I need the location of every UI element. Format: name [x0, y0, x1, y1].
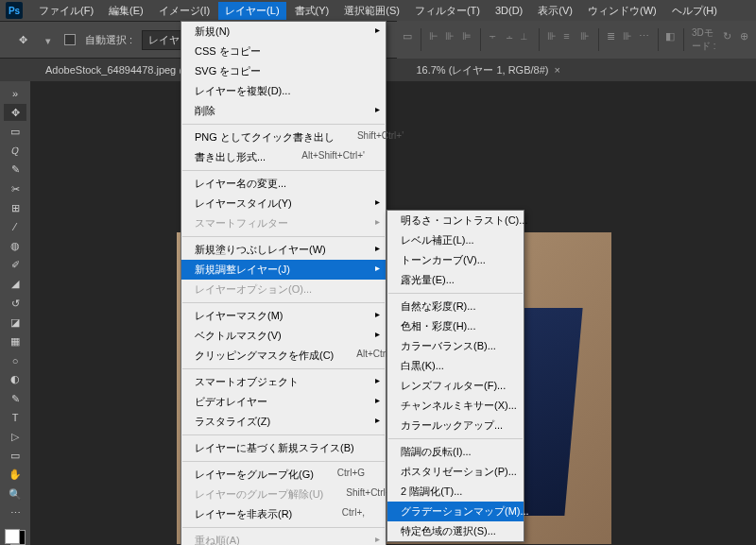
hand-tool[interactable]: ✋ — [4, 467, 26, 484]
layer-menu-item[interactable]: 削除 — [181, 101, 386, 121]
stamp-tool[interactable]: ◢ — [4, 276, 26, 293]
heal-tool[interactable]: ◍ — [4, 238, 26, 255]
menu-file[interactable]: ファイル(F) — [32, 2, 100, 20]
gradient-tool[interactable]: ▦ — [4, 332, 26, 349]
layer-menu-item[interactable]: CSS をコピー — [181, 42, 386, 61]
move-tool-icon[interactable]: ✥ — [9, 26, 36, 53]
align-left-icon[interactable]: ⊩ — [429, 30, 439, 49]
crop-tool[interactable]: ✂ — [4, 180, 26, 197]
adjustment-menu-item[interactable]: 階調の反転(I)... — [387, 442, 524, 462]
adjustment-menu-item[interactable]: 色相・彩度(H)... — [387, 316, 524, 336]
align-bottom-icon[interactable]: ⟂ — [521, 30, 531, 49]
frame-tool[interactable]: ⊞ — [4, 199, 26, 216]
edit-toolbar[interactable]: ⋯ — [4, 504, 26, 521]
close-icon[interactable]: × — [554, 64, 559, 76]
layer-menu-item[interactable]: レイヤースタイル(Y) — [181, 194, 386, 213]
tool-preset-dropdown[interactable]: ▾ — [45, 35, 55, 44]
type-tool[interactable]: T — [4, 409, 26, 426]
menu-image[interactable]: イメージ(I) — [152, 2, 216, 20]
adjustment-menu-item[interactable]: 2 階調化(T)... — [387, 482, 524, 502]
layer-menu-item[interactable]: 新規(N) — [181, 22, 386, 42]
color-swatch[interactable] — [5, 529, 26, 545]
menu-window[interactable]: ウィンドウ(W) — [581, 2, 663, 20]
zoom-tool[interactable]: 🔍 — [4, 485, 26, 502]
layer-menu-item[interactable]: クリッピングマスクを作成(C)Alt+Ctrl+G — [181, 346, 386, 366]
distribute-h-icon[interactable]: ⊪ — [547, 30, 558, 49]
distribute-5-icon[interactable]: ⊪ — [623, 30, 633, 49]
pen-tool[interactable]: ✎ — [4, 390, 26, 407]
menu-help[interactable]: ヘルプ(H) — [665, 2, 724, 20]
layer-menu-item[interactable]: レイヤーを非表示(R)Ctrl+, — [181, 504, 386, 524]
distribute-3-icon[interactable]: ⊪ — [580, 30, 591, 49]
auto-select-label: 自動選択 : — [85, 33, 132, 47]
adjustment-menu-item[interactable]: 特定色域の選択(S)... — [387, 521, 524, 541]
adjustment-menu-item[interactable]: カラーバランス(B)... — [387, 336, 524, 356]
menu-item-shortcut: Ctrl+, — [342, 507, 365, 521]
adjustment-menu-item[interactable]: チャンネルミキサー(X)... — [387, 396, 524, 416]
menu-type[interactable]: 書式(Y) — [288, 2, 336, 20]
align-center-h-icon[interactable]: ⊪ — [445, 30, 455, 49]
adjustment-menu-item[interactable]: トーンカーブ(V)... — [387, 250, 524, 270]
align-center-v-icon[interactable]: ⫠ — [505, 30, 515, 49]
menu-item-label: 色相・彩度(H)... — [401, 319, 475, 333]
blur-tool[interactable]: ○ — [4, 352, 26, 369]
menu-separator — [182, 527, 385, 528]
layer-menu-item[interactable]: 書き出し形式...Alt+Shift+Ctrl+' — [181, 147, 386, 167]
align-top-icon[interactable]: ⫟ — [488, 30, 498, 49]
adjustment-menu-item[interactable]: 白黒(K)... — [387, 356, 524, 376]
quick-select-tool[interactable]: ✎ — [4, 162, 26, 179]
tools-panel: » ✥ ▭ 𝘘 ✎ ✂ ⊞ ⁄ ◍ ✐ ◢ ↺ ◪ ▦ ○ ◐ ✎ T ▷ ▭ … — [0, 81, 30, 545]
layer-menu-item[interactable]: ビデオレイヤー — [181, 392, 386, 412]
menu-filter[interactable]: フィルター(T) — [408, 2, 487, 20]
menu-3d[interactable]: 3D(D) — [489, 3, 529, 18]
layer-menu-item[interactable]: レイヤーをグループ化(G)Ctrl+G — [181, 465, 386, 485]
path-select-tool[interactable]: ▷ — [4, 428, 26, 445]
distribute-4-icon[interactable]: ≣ — [607, 30, 617, 49]
distribute-v-icon[interactable]: ≡ — [563, 30, 574, 49]
collapse-icon[interactable]: » — [4, 85, 26, 102]
orbit-3d-icon[interactable]: ↻ — [723, 30, 733, 49]
layer-menu-item[interactable]: ラスタライズ(Z) — [181, 412, 386, 432]
menu-item-label: 新規(N) — [195, 25, 230, 39]
move-tool[interactable]: ✥ — [4, 104, 26, 121]
adjustment-menu-item[interactable]: グラデーションマップ(M)... — [387, 502, 524, 521]
layer-menu-item[interactable]: レイヤーを複製(D)... — [181, 81, 386, 101]
shape-tool[interactable]: ▭ — [4, 448, 26, 465]
lasso-tool[interactable]: 𝘘 — [4, 143, 26, 160]
adjustment-menu-item[interactable]: ポスタリゼーション(P)... — [387, 462, 524, 482]
pan-3d-icon[interactable]: ⊕ — [740, 30, 750, 49]
align-right-icon[interactable]: ⊫ — [462, 30, 472, 49]
eraser-tool[interactable]: ◪ — [4, 314, 26, 331]
document-tab-2[interactable]: 16.7% (レイヤー 1, RGB/8#) × — [406, 60, 569, 81]
adjustment-menu-item[interactable]: レベル補正(L)... — [387, 230, 524, 250]
more-options-icon[interactable]: ⋯ — [639, 30, 649, 49]
history-brush-tool[interactable]: ↺ — [4, 295, 26, 312]
layer-menu-item[interactable]: 新規塗りつぶしレイヤー(W) — [181, 240, 386, 260]
transform-controls-icon[interactable]: ▭ — [403, 30, 413, 49]
menu-edit[interactable]: 編集(E) — [102, 2, 150, 20]
auto-select-checkbox[interactable] — [64, 34, 76, 45]
menu-view[interactable]: 表示(V) — [531, 2, 579, 20]
layer-menu-item[interactable]: PNG としてクイック書き出しShift+Ctrl+' — [181, 128, 386, 147]
menu-layer[interactable]: レイヤー(L) — [218, 2, 285, 20]
layer-menu-item[interactable]: 新規調整レイヤー(J) — [181, 260, 386, 280]
document-tab-1[interactable]: AdobeStock_64894478.jpeg @ — [36, 60, 198, 79]
overlap-icon[interactable]: ◧ — [665, 30, 676, 49]
menu-select[interactable]: 選択範囲(S) — [337, 2, 406, 20]
adjustment-menu-item[interactable]: 露光量(E)... — [387, 270, 524, 290]
layer-menu-item[interactable]: ベクトルマスク(V) — [181, 326, 386, 346]
marquee-tool[interactable]: ▭ — [4, 123, 26, 140]
layer-menu-item[interactable]: レイヤーマスク(M) — [181, 306, 386, 326]
adjustment-menu-item[interactable]: 明るさ・コントラスト(C)... — [387, 211, 524, 230]
dodge-tool[interactable]: ◐ — [4, 371, 26, 388]
layer-menu-item[interactable]: レイヤー名の変更... — [181, 174, 386, 194]
layer-menu-item[interactable]: レイヤーに基づく新規スライス(B) — [181, 438, 386, 458]
brush-tool[interactable]: ✐ — [4, 257, 26, 274]
foreground-color-swatch[interactable] — [5, 529, 20, 544]
adjustment-menu-item[interactable]: カラールックアップ... — [387, 416, 524, 435]
adjustment-menu-item[interactable]: 自然な彩度(R)... — [387, 297, 524, 316]
layer-menu-item[interactable]: SVG をコピー — [181, 61, 386, 81]
layer-menu-item[interactable]: スマートオブジェクト — [181, 372, 386, 392]
adjustment-menu-item[interactable]: レンズフィルター(F)... — [387, 376, 524, 396]
eyedropper-tool[interactable]: ⁄ — [4, 218, 26, 235]
